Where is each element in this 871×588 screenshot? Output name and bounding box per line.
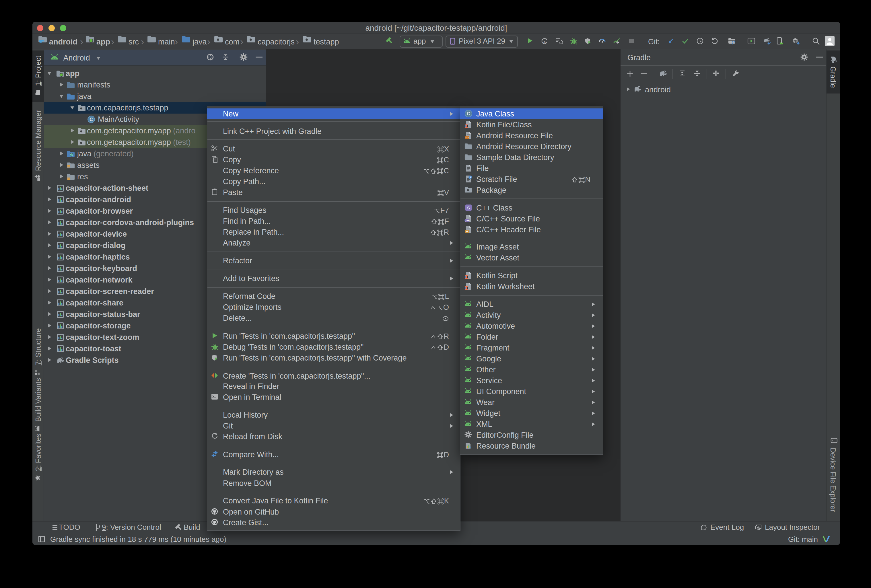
svg-text:A: A	[543, 40, 546, 43]
svg-text:C++: C++	[464, 219, 469, 222]
svg-text:C: C	[90, 117, 93, 122]
svg-text:C: C	[467, 111, 470, 116]
svg-text:H: H	[466, 230, 468, 233]
svg-text:S: S	[467, 205, 470, 210]
svg-text:<>: <>	[465, 136, 469, 139]
